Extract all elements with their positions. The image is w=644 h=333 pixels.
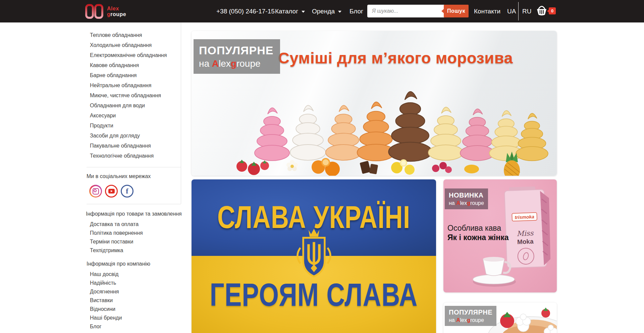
orders-links: Доставка та оплата Політика повернення Т… bbox=[90, 220, 143, 255]
ukraine-banner[interactable]: СЛАВА УКРАЇНІ ГЕРОЯМ СЛАВА bbox=[192, 179, 436, 333]
sidebar-divider bbox=[87, 167, 181, 167]
sidebar-divider bbox=[87, 204, 181, 204]
sidebar-vertical-divider bbox=[181, 22, 181, 204]
search-input[interactable] bbox=[367, 5, 446, 17]
facebook-f-glyph bbox=[126, 187, 128, 196]
svg-text:Moka: Moka bbox=[517, 238, 534, 245]
sidebar-link-exhibitions[interactable]: Виставки bbox=[90, 296, 122, 305]
svg-text:Miss: Miss bbox=[517, 229, 534, 238]
nav-catalog[interactable]: Каталог bbox=[275, 8, 305, 15]
svg-text:trismoka: trismoka bbox=[515, 214, 534, 220]
social-links bbox=[89, 185, 133, 198]
top-header: Alex groupe +38 (050) 246-17-15 Каталог … bbox=[0, 0, 644, 22]
search-button[interactable]: Пошук bbox=[444, 5, 469, 17]
site-logo[interactable]: Alex groupe bbox=[85, 4, 126, 19]
popular-badge: ПОПУЛЯРНЕ на Alexgroupe bbox=[445, 306, 496, 326]
sidebar-category[interactable]: Холодильне обладнання bbox=[90, 40, 167, 50]
ukraine-slogan-line2: ГЕРОЯМ СЛАВА bbox=[192, 276, 436, 313]
company-links: Наш досвід Надійність Досягнення Виставк… bbox=[90, 270, 122, 331]
category-menu: Теплове обладнання Холодильне обладнання… bbox=[90, 30, 167, 161]
cart-basket-icon bbox=[536, 5, 547, 16]
social-section-title: Ми в соціальних мережах bbox=[87, 173, 151, 179]
sidebar-link-achievements[interactable]: Досягнення bbox=[90, 287, 122, 296]
lang-ru-button[interactable]: RU bbox=[522, 8, 531, 15]
instagram-camera-glyph bbox=[91, 186, 101, 197]
instagram-icon[interactable] bbox=[89, 185, 102, 198]
sidebar-category[interactable]: Нейтральне обладнання bbox=[90, 80, 167, 91]
sidebar-link-experience[interactable]: Наш досвід bbox=[90, 270, 122, 279]
sidebar-link-relations[interactable]: Відносини bbox=[90, 305, 122, 314]
nav-contacts[interactable]: Контакти bbox=[474, 8, 500, 15]
nav-rent[interactable]: Оренда bbox=[312, 8, 341, 15]
search-bar: Пошук bbox=[367, 5, 469, 17]
chevron-down-icon bbox=[302, 11, 305, 13]
sidebar-category[interactable]: Миюче, чистяче обладнання bbox=[90, 91, 167, 101]
hero-badge: ПОПУЛЯРНЕ на Alexgroupe bbox=[194, 39, 280, 74]
sidebar-category[interactable]: Технологічне обладнання bbox=[90, 151, 167, 161]
coffee-text-line2: Як і кожна жінка bbox=[447, 233, 508, 242]
sidebar-category[interactable]: Електромеханічне обладнання bbox=[90, 50, 167, 60]
facebook-icon[interactable] bbox=[121, 185, 133, 198]
sidebar-link-delivery[interactable]: Доставка та оплата bbox=[90, 220, 143, 229]
sidebar-category[interactable]: Обладнання для води bbox=[90, 101, 167, 111]
lang-ua-button[interactable]: UA bbox=[507, 8, 516, 15]
sidebar-link-support[interactable]: Техпідтримка bbox=[90, 246, 143, 255]
sidebar-category[interactable]: Продукти bbox=[90, 121, 167, 131]
sidebar-link-reliability[interactable]: Надійність bbox=[90, 279, 122, 287]
sidebar-link-brands[interactable]: Наші бренди bbox=[90, 314, 122, 322]
cart-button[interactable]: 0 bbox=[536, 5, 557, 17]
nav-blog[interactable]: Блог bbox=[350, 8, 363, 15]
sidebar-category[interactable]: Теплове обладнання bbox=[90, 30, 167, 40]
coffee-badge: НОВИНКА на Alexgroupe bbox=[445, 188, 488, 209]
sidebar-link-terms[interactable]: Терміни поставки bbox=[90, 237, 143, 246]
company-section-title: Інформація про компанію bbox=[87, 261, 150, 267]
icecream-illustration bbox=[192, 72, 557, 176]
coffee-banner[interactable]: trismoka Miss Moka НОВИНКА на Alexgroupe… bbox=[443, 179, 557, 292]
coffee-text-line1: Особлива кава bbox=[447, 224, 501, 233]
sidebar-category[interactable]: Засоби для догляду bbox=[90, 131, 167, 141]
orders-section-title: Інформація про товари та замовлення bbox=[86, 211, 182, 217]
cart-count-badge: 0 bbox=[549, 7, 556, 14]
sidebar-category[interactable]: Пакувальне обладнання bbox=[90, 141, 167, 151]
sidebar-link-blog[interactable]: Блог bbox=[90, 322, 122, 331]
logo-monogram-icon bbox=[85, 4, 104, 19]
sidebar-link-returns[interactable]: Політика повернення bbox=[90, 229, 143, 237]
ukraine-coat-of-arms bbox=[292, 227, 336, 281]
lang-divider bbox=[518, 2, 519, 20]
header-phone[interactable]: +38 (050) 246-17-15 bbox=[216, 8, 275, 15]
youtube-play-glyph bbox=[108, 189, 115, 193]
hero-title: Суміші для м’якого морозива bbox=[278, 49, 513, 67]
hero-banner-icecream[interactable]: ПОПУЛЯРНЕ на Alexgroupe Суміші для м’яко… bbox=[192, 31, 557, 176]
popular-dessert-banner[interactable]: ПОПУЛЯРНЕ на Alexgroupe bbox=[443, 302, 557, 333]
logo-wordmark: Alex groupe bbox=[107, 6, 126, 17]
sidebar-category[interactable]: Барне обладнання bbox=[90, 70, 167, 80]
youtube-icon[interactable] bbox=[105, 185, 118, 198]
chevron-down-icon bbox=[338, 11, 341, 13]
sidebar-category[interactable]: Аксесуари bbox=[90, 111, 167, 121]
sidebar-category[interactable]: Кавове обладнання bbox=[90, 60, 167, 70]
